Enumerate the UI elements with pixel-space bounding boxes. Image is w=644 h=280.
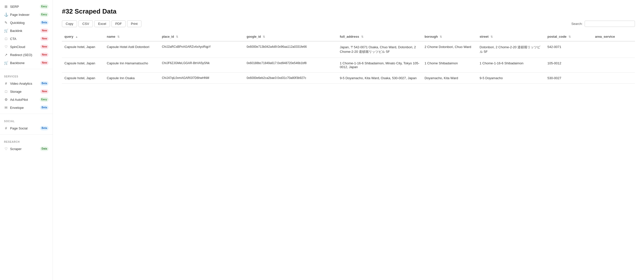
ad-autopilot-badge: Easy xyxy=(40,97,49,102)
data-table-wrapper: query ▲ name ⇅ place_id ⇅ google_id ⇅ xyxy=(62,32,635,84)
cell-google_id: 0x6000e6eb2ca2bae3:0xd31c70a80f3b927c xyxy=(244,73,337,84)
storage-icon: □ xyxy=(4,89,8,94)
sidebar: ⊞ SERP Easy ⚓ Page Indexer Easy ✎ Quickb… xyxy=(0,0,53,280)
cell-full_address: 1 Chome-1-16-6 Shibadaimon, Minato City,… xyxy=(337,58,422,73)
sidebar-item-backlink[interactable]: 🛒 Backlink New xyxy=(0,27,53,35)
scraper-badge: Data xyxy=(40,147,49,151)
serp-icon: ⊞ xyxy=(4,5,8,9)
sidebar-item-page-indexer[interactable]: ⚓ Page Indexer Easy xyxy=(0,11,53,19)
cell-query: Capsule hotel, Japan xyxy=(62,73,104,84)
video-analytics-badge: Beta xyxy=(40,81,49,86)
cell-borough: 1 Chome Shibadaimon xyxy=(422,58,477,73)
divider-research xyxy=(0,134,53,134)
cell-area_service xyxy=(593,58,635,73)
video-analytics-icon: # xyxy=(4,81,8,85)
sidebar-item-cta-label: CTA xyxy=(10,37,38,41)
csv-button[interactable]: CSV xyxy=(79,20,93,27)
search-input[interactable] xyxy=(585,21,635,27)
page-social-badge: Beta xyxy=(40,126,49,130)
sidebar-item-page-social[interactable]: # Page Social Beta xyxy=(0,124,53,132)
search-label: Search: xyxy=(571,22,583,26)
cell-area_service xyxy=(593,41,635,58)
redirect-badge: New xyxy=(40,53,49,57)
cell-google_id: 0x60188bc71849a617:0xd948720e546b1bf8 xyxy=(244,58,337,73)
sidebar-item-backbone-label: Backbone xyxy=(10,61,38,65)
divider-social xyxy=(0,114,53,114)
section-research-label: RESEARCH xyxy=(0,136,53,145)
col-header-postal-code[interactable]: postal_code ⇅ xyxy=(545,32,592,41)
col-header-borough[interactable]: borough ⇅ xyxy=(422,32,477,41)
sidebar-item-spincloud[interactable]: ♡ SpinCloud New xyxy=(0,43,53,51)
sort-icon-name: ⇅ xyxy=(117,35,120,38)
cell-borough: Doyamacho, Kita Ward xyxy=(422,73,477,84)
table-body: Capsule hotel, JapanCapsule Hotel Astil … xyxy=(62,41,635,84)
col-header-google-id[interactable]: google_id ⇅ xyxy=(244,32,337,41)
table-header-row: query ▲ name ⇅ place_id ⇅ google_id ⇅ xyxy=(62,32,635,41)
cta-icon: □ xyxy=(4,37,8,41)
cell-borough: 2 Chome Dotonbori, Chuo Ward xyxy=(422,41,477,58)
col-header-name[interactable]: name ⇅ xyxy=(104,32,159,41)
col-header-place-id[interactable]: place_id ⇅ xyxy=(159,32,244,41)
copy-button[interactable]: Copy xyxy=(62,20,77,27)
sidebar-item-ad-autopilot[interactable]: ⚙ Ad AutoPilot Easy xyxy=(0,96,53,104)
section-social-label: SOCIAL xyxy=(0,116,53,124)
sidebar-item-envelope-label: Envelope xyxy=(10,106,38,110)
page-title: #32 Scraped Data xyxy=(62,8,635,15)
envelope-badge: Beta xyxy=(40,105,49,110)
cell-name: Capsule Hotel Astil Dotonbori xyxy=(104,41,159,58)
cta-badge: New xyxy=(40,36,49,41)
divider-services xyxy=(0,69,53,69)
col-header-area-service[interactable]: area_service xyxy=(593,32,635,41)
print-button[interactable]: Print xyxy=(127,20,141,27)
sidebar-item-scraper-label: Scraper xyxy=(10,147,38,151)
sort-icon-borough: ⇅ xyxy=(440,35,442,38)
col-header-street[interactable]: street ⇅ xyxy=(477,32,545,41)
col-header-query[interactable]: query ▲ xyxy=(62,32,104,41)
sidebar-item-quickblog-label: Quickblog xyxy=(10,21,38,25)
sidebar-item-scraper[interactable]: ♡ Scraper Data xyxy=(0,145,53,153)
sidebar-item-video-analytics[interactable]: # Video Analytics Beta xyxy=(0,79,53,87)
sidebar-item-backlink-label: Backlink xyxy=(10,29,38,33)
cell-place_id: ChIJF6ZJGMeLGGAR-BtrVA5ySNk xyxy=(159,58,244,73)
serp-badge: Easy xyxy=(40,4,49,9)
sidebar-item-serp[interactable]: ⊞ SERP Easy xyxy=(0,3,53,11)
data-table: query ▲ name ⇅ place_id ⇅ google_id ⇅ xyxy=(62,32,635,84)
search-container: Search: xyxy=(571,21,635,27)
sidebar-item-storage[interactable]: □ Storage New xyxy=(0,87,53,96)
sort-icon-place-id: ⇅ xyxy=(176,35,178,38)
sidebar-item-quickblog[interactable]: ✎ Quickblog Beta xyxy=(0,19,53,27)
sidebar-item-backbone[interactable]: 🛒 Backbone New xyxy=(0,59,53,67)
page-indexer-icon: ⚓ xyxy=(4,13,8,17)
pdf-button[interactable]: PDF xyxy=(111,20,126,27)
spincloud-icon: ♡ xyxy=(4,45,8,49)
sort-icon-full-address: ⇅ xyxy=(361,35,363,38)
sidebar-item-cta[interactable]: □ CTA New xyxy=(0,35,53,43)
sort-icon-postal-code: ⇅ xyxy=(569,35,571,38)
backlink-badge: New xyxy=(40,28,49,33)
cell-place_id: ChIJ47qiL0vmAGARfJI7D6hwHNM xyxy=(159,73,244,84)
sidebar-item-envelope[interactable]: ✉ Envelope Beta xyxy=(0,104,53,112)
sidebar-item-page-social-label: Page Social xyxy=(10,126,38,130)
cell-query: Capsule hotel, Japan xyxy=(62,41,104,58)
sidebar-item-page-indexer-label: Page Indexer xyxy=(10,13,38,17)
cell-place_id: ChIJ2aRCsBPnAGARZv4xAyoRqpY xyxy=(159,41,244,58)
cell-area_service xyxy=(593,73,635,84)
cell-postal_code: 530-0027 xyxy=(545,73,592,84)
sidebar-item-ad-autopilot-label: Ad AutoPilot xyxy=(10,98,38,102)
sidebar-item-redirect[interactable]: ↗ Redirect (SEO) New xyxy=(0,51,53,59)
table-row: Capsule hotel, JapanCapsule Hotel Astil … xyxy=(62,41,635,58)
page-indexer-badge: Easy xyxy=(40,12,49,17)
table-row: Capsule hotel, JapanCapsule Inn OsakaChI… xyxy=(62,73,635,84)
sidebar-item-spincloud-label: SpinCloud xyxy=(10,45,38,49)
main-content: #32 Scraped Data Copy CSV Excel PDF Prin… xyxy=(53,0,644,280)
excel-button[interactable]: Excel xyxy=(94,20,110,27)
backbone-icon: 🛒 xyxy=(4,61,8,65)
sidebar-item-serp-label: SERP xyxy=(10,5,38,9)
sidebar-item-storage-label: Storage xyxy=(10,90,38,94)
cell-street: Dotonbori, 2 Chome-2-20 道頓堀リッツビル 5F xyxy=(477,41,545,58)
table-row: Capsule hotel, JapanCapsule Inn Hamamats… xyxy=(62,58,635,73)
sort-icon-query: ▲ xyxy=(75,35,78,38)
sidebar-item-video-analytics-label: Video Analytics xyxy=(10,82,38,85)
cell-postal_code: 105-0012 xyxy=(545,58,592,73)
col-header-full-address[interactable]: full_address ⇅ xyxy=(337,32,422,41)
